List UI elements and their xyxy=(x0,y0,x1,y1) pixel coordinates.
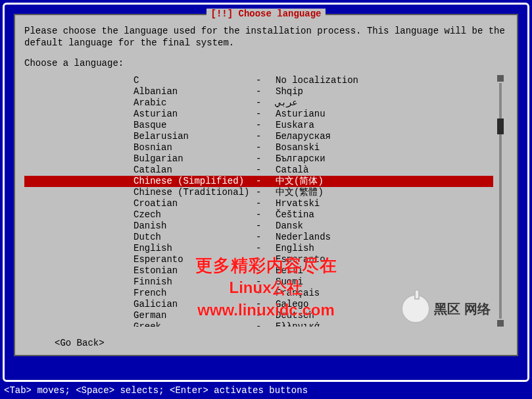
language-name: Estonian xyxy=(133,265,256,277)
language-name: Galician xyxy=(133,299,256,310)
language-option[interactable]: Catalan-Català xyxy=(24,165,493,176)
language-name: Croatian xyxy=(133,198,256,209)
language-native: Dansk xyxy=(276,221,493,232)
scroll-thumb[interactable] xyxy=(497,119,504,134)
language-name: Czech xyxy=(133,209,256,221)
dialog-panel: [!!] Choose language Please choose the l… xyxy=(14,14,518,356)
language-name: Bosnian xyxy=(133,142,256,153)
language-option[interactable]: Finnish-Suomi xyxy=(24,277,493,288)
language-native: Français xyxy=(276,288,493,299)
language-name: French xyxy=(133,288,256,299)
separator: - xyxy=(256,243,276,254)
language-option[interactable]: Estonian-Eesti xyxy=(24,265,493,277)
separator: - xyxy=(256,254,276,265)
scrollbar[interactable] xyxy=(497,75,504,327)
language-native: Bosanski xyxy=(276,142,493,153)
separator: - xyxy=(256,109,276,120)
language-name: Albanian xyxy=(133,86,256,97)
scroll-down-arrow-icon[interactable] xyxy=(497,320,504,327)
separator: - xyxy=(256,277,276,288)
separator: - xyxy=(256,232,276,243)
language-option[interactable]: Basque-Euskara xyxy=(24,120,493,131)
language-option[interactable]: Esperanto-Esperanto xyxy=(24,254,493,265)
language-native: Deutsch xyxy=(276,310,493,321)
language-name: Catalan xyxy=(133,165,256,176)
language-option[interactable]: English-English xyxy=(24,243,493,254)
dialog-title: [!!] Choose language xyxy=(206,9,325,19)
separator: - xyxy=(256,75,276,86)
language-name: Belarusian xyxy=(133,131,256,142)
language-name: Chinese (Traditional) xyxy=(133,187,256,198)
language-native: Nederlands xyxy=(276,232,493,243)
separator: - xyxy=(256,176,276,187)
language-native: Esperanto xyxy=(276,254,493,265)
language-native: Eesti xyxy=(276,265,493,277)
separator: - xyxy=(256,120,276,131)
dialog-prompt: Choose a language: xyxy=(15,49,517,72)
keyboard-hint: <Tab> moves; <Space> selects; <Enter> ac… xyxy=(3,385,529,396)
language-native: No localization xyxy=(276,75,493,86)
language-option[interactable]: C-No localization xyxy=(24,75,493,86)
language-native: Čeština xyxy=(276,209,493,221)
language-option[interactable]: Arabic-عربي xyxy=(24,97,493,109)
language-native: Беларуская xyxy=(276,131,493,142)
separator: - xyxy=(256,86,276,97)
language-option[interactable]: Belarusian-Беларуская xyxy=(24,131,493,142)
language-option[interactable]: Czech-Čeština xyxy=(24,209,493,221)
separator: - xyxy=(256,198,276,209)
language-option[interactable]: Greek-Ελληνικά xyxy=(24,321,493,327)
language-name: Bulgarian xyxy=(133,153,256,165)
language-option[interactable]: German-Deutsch xyxy=(24,310,493,321)
language-option[interactable]: Danish-Dansk xyxy=(24,221,493,232)
separator: - xyxy=(256,265,276,277)
language-native: Galego xyxy=(276,299,493,310)
language-native: Euskara xyxy=(276,120,493,131)
separator: - xyxy=(256,142,276,153)
separator: - xyxy=(256,299,276,310)
scroll-up-arrow-icon[interactable] xyxy=(497,75,504,82)
language-name: Esperanto xyxy=(133,254,256,265)
language-name: Asturian xyxy=(133,109,256,120)
language-name: Danish xyxy=(133,221,256,232)
language-name: English xyxy=(133,243,256,254)
dialog-title-wrap: [!!] Choose language xyxy=(15,9,517,19)
dialog-intro-text: Please choose the language used for the … xyxy=(15,22,517,49)
separator: - xyxy=(256,321,276,327)
separator: - xyxy=(256,165,276,176)
separator: - xyxy=(256,221,276,232)
language-name: C xyxy=(133,75,256,86)
language-native: Asturianu xyxy=(276,109,493,120)
go-back-button[interactable]: <Go Back> xyxy=(55,338,105,348)
language-native: عربي xyxy=(276,97,493,109)
language-name: Chinese (Simplified) xyxy=(133,176,256,187)
language-option[interactable]: Asturian-Asturianu xyxy=(24,109,493,120)
language-native: 中文(简体) xyxy=(276,176,493,187)
language-option[interactable]: Croatian-Hrvatski xyxy=(24,198,493,209)
language-option[interactable]: Chinese (Traditional)-中文(繁體) xyxy=(24,187,493,198)
language-option[interactable]: Albanian-Shqip xyxy=(24,86,493,97)
language-list[interactable]: C-No localizationAlbanian-ShqipArabic-عر… xyxy=(24,75,493,327)
language-option[interactable]: Galician-Galego xyxy=(24,299,493,310)
language-native: English xyxy=(276,243,493,254)
language-name: Arabic xyxy=(133,97,256,109)
language-name: German xyxy=(133,310,256,321)
language-native: 中文(繁體) xyxy=(276,187,493,198)
language-native: Български xyxy=(276,153,493,165)
language-native: Hrvatski xyxy=(276,198,493,209)
language-native: Suomi xyxy=(276,277,493,288)
language-option[interactable]: Bulgarian-Български xyxy=(24,153,493,165)
language-list-wrap: C-No localizationAlbanian-ShqipArabic-عر… xyxy=(24,75,508,327)
language-native: Català xyxy=(276,165,493,176)
language-option[interactable]: Bosnian-Bosanski xyxy=(24,142,493,153)
separator: - xyxy=(256,288,276,299)
language-option[interactable]: French-Français xyxy=(24,288,493,299)
language-name: Basque xyxy=(133,120,256,131)
language-native: Ελληνικά xyxy=(276,321,493,327)
language-name: Finnish xyxy=(133,277,256,288)
language-option[interactable]: Chinese (Simplified)-中文(简体) xyxy=(24,176,493,187)
separator: - xyxy=(256,131,276,142)
language-option[interactable]: Dutch-Nederlands xyxy=(24,232,493,243)
separator: - xyxy=(256,187,276,198)
language-name: Dutch xyxy=(133,232,256,243)
language-native: Shqip xyxy=(276,86,493,97)
